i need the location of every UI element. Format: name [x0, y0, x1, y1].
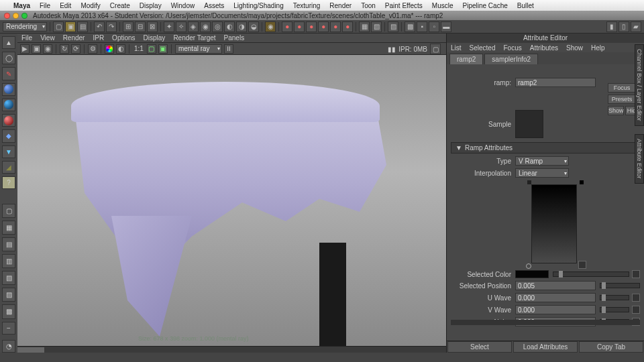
uwave-field[interactable]: [515, 293, 596, 302]
hyper3-icon[interactable]: ▪: [417, 21, 427, 32]
snap-point-icon[interactable]: ⊠: [147, 21, 158, 32]
move-tool-icon[interactable]: [2, 83, 15, 96]
menu-bullet[interactable]: Bullet: [517, 2, 534, 9]
load-attributes-button[interactable]: Load Attributes: [513, 341, 578, 353]
layout2-icon[interactable]: ▧: [371, 21, 382, 32]
light6-icon[interactable]: ●: [342, 21, 353, 32]
menu-create[interactable]: Create: [110, 2, 130, 9]
panel-menu-options[interactable]: Options: [112, 34, 135, 42]
menu-muscle[interactable]: Muscle: [432, 2, 453, 9]
ramp-gradient-widget[interactable]: [511, 180, 644, 267]
layout-single-icon[interactable]: ▢: [2, 204, 15, 218]
app-menu[interactable]: Maya: [13, 2, 30, 9]
snap-tool8-icon[interactable]: ◒: [248, 21, 259, 32]
vwave-field[interactable]: [515, 305, 596, 314]
hyper1-icon[interactable]: ▨: [388, 21, 398, 32]
snap-tool4-icon[interactable]: ◉: [200, 21, 211, 32]
menu-texturing[interactable]: Texturing: [293, 2, 321, 9]
layout-a-icon[interactable]: ▤: [2, 237, 15, 251]
panel-menu-panels[interactable]: Panels: [224, 34, 245, 42]
presets-button[interactable]: Presets: [608, 95, 636, 104]
selected-color-map-icon[interactable]: [632, 270, 640, 278]
undo-icon[interactable]: ↶: [94, 21, 105, 32]
snap-grid-icon[interactable]: ⊞: [123, 21, 133, 32]
attr-menu-selected[interactable]: Selected: [470, 44, 496, 52]
layout-four-icon[interactable]: ▦: [2, 221, 15, 235]
render-icon[interactable]: ◉: [265, 21, 276, 32]
panel-menu-file[interactable]: File: [21, 34, 32, 42]
snap-tool3-icon[interactable]: ◈: [188, 21, 199, 32]
snap-tool6-icon[interactable]: ◐: [224, 21, 235, 32]
uwave-map-icon[interactable]: [632, 294, 640, 302]
menu-toon[interactable]: Toon: [361, 2, 376, 9]
hyper4-icon[interactable]: ▫: [429, 21, 439, 32]
ramp-delete-handle-icon[interactable]: [578, 261, 586, 269]
panel-menu-render[interactable]: Render: [63, 34, 85, 42]
attr-menu-focus[interactable]: Focus: [503, 44, 521, 52]
hyper5-icon[interactable]: ▬: [441, 21, 451, 32]
layout-c-icon[interactable]: ▧: [2, 271, 15, 285]
manip-tool-icon[interactable]: ◆: [2, 129, 15, 142]
light3-icon[interactable]: ●: [306, 21, 317, 32]
new-scene-icon[interactable]: ▢: [53, 21, 64, 32]
alpha-icon[interactable]: ◐: [116, 44, 125, 54]
open-scene-icon[interactable]: ▣: [65, 21, 76, 32]
keep-image-icon[interactable]: ▢: [147, 44, 156, 54]
sidebar-toggle1-icon[interactable]: ▮: [606, 21, 617, 32]
vwave-slider[interactable]: [600, 307, 629, 312]
ramp-attributes-section[interactable]: ▼ Ramp Attributes: [451, 142, 640, 154]
soft-tool-icon[interactable]: ▼: [2, 145, 15, 158]
light1-icon[interactable]: ●: [282, 21, 292, 32]
panel-menu-view[interactable]: View: [40, 34, 55, 42]
ipr-refresh-icon[interactable]: ⟳: [71, 44, 80, 54]
menu-pipelinecache[interactable]: Pipeline Cache: [462, 2, 507, 9]
render-settings-icon[interactable]: ⚙: [88, 44, 97, 54]
light5-icon[interactable]: ●: [330, 21, 341, 32]
vwave-map-icon[interactable]: [632, 306, 640, 314]
layout1-icon[interactable]: ▦: [359, 21, 370, 32]
layout-e-icon[interactable]: ▩: [2, 304, 15, 318]
attribute-editor-tab[interactable]: Attribute Editor: [635, 134, 644, 184]
show-button[interactable]: Show: [608, 106, 624, 115]
node-name-field[interactable]: [515, 78, 596, 87]
selected-color-swatch[interactable]: [515, 270, 549, 278]
hyper2-icon[interactable]: ▩: [405, 21, 415, 32]
menu-assets[interactable]: Assets: [204, 2, 224, 9]
render-frame-icon[interactable]: ▶: [20, 44, 30, 54]
renderer-dropdown[interactable]: mental ray: [175, 44, 222, 54]
light2-icon[interactable]: ●: [294, 21, 305, 32]
selected-position-field[interactable]: [515, 281, 596, 290]
menu-lighting[interactable]: Lighting/Shading: [233, 2, 284, 9]
light4-icon[interactable]: ●: [318, 21, 329, 32]
focus-button[interactable]: Focus: [608, 83, 636, 93]
attr-menu-list[interactable]: List: [451, 44, 462, 52]
layout-b-icon[interactable]: ▥: [2, 254, 15, 268]
attr-menu-attributes[interactable]: Attributes: [530, 44, 558, 52]
pause-ipr-icon[interactable]: ⏸: [224, 44, 233, 54]
menu-render[interactable]: Render: [329, 2, 352, 9]
menu-display[interactable]: Display: [140, 2, 162, 9]
scale-tool-icon[interactable]: [2, 114, 15, 127]
tab-ramp2[interactable]: ramp2: [449, 54, 483, 64]
menu-modify[interactable]: Modify: [80, 2, 100, 9]
select-button[interactable]: Select: [447, 341, 512, 353]
lasso-tool-icon[interactable]: ◯: [2, 52, 15, 64]
selected-color-slider[interactable]: [553, 272, 629, 277]
ipr-pause-icon[interactable]: ▮▮: [388, 46, 396, 53]
paint-tool-icon[interactable]: ✎: [2, 67, 15, 80]
viewport-scrollbar[interactable]: [17, 346, 446, 353]
snap-tool5-icon[interactable]: ◎: [212, 21, 223, 32]
ipr-close-icon[interactable]: ▢: [430, 44, 441, 54]
snap-tool-icon[interactable]: ✦: [164, 21, 174, 32]
snap-curve-icon[interactable]: ⊟: [135, 21, 146, 32]
menuset-dropdown[interactable]: Rendering: [3, 22, 47, 32]
sidebar-toggle3-icon[interactable]: ▰: [631, 21, 641, 32]
interpolation-dropdown[interactable]: Linear: [515, 168, 569, 178]
panel-menu-rendertarget[interactable]: Render Target: [173, 34, 215, 42]
remove-image-icon[interactable]: ▣: [158, 44, 168, 54]
minus-icon[interactable]: −: [2, 322, 15, 335]
panel-menu-ipr[interactable]: IPR: [93, 34, 104, 42]
ramp-selected-indicator-icon[interactable]: [526, 263, 531, 269]
attr-menu-show[interactable]: Show: [566, 44, 583, 52]
close-window-icon[interactable]: [4, 13, 10, 19]
